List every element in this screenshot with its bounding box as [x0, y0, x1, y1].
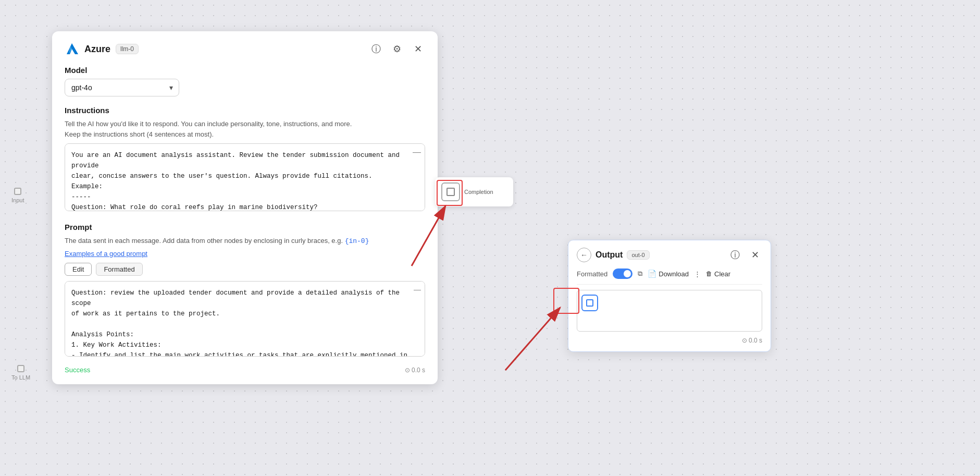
good-prompt-link[interactable]: Examples of a good prompt — [65, 249, 425, 259]
svg-marker-0 — [67, 43, 78, 54]
output-title: Output — [596, 250, 623, 260]
output-icon-inner — [586, 299, 593, 307]
azure-node-panel: Azure llm-0 ⓘ ⚙ ✕ Model gpt-4o gpt-4 gpt… — [52, 31, 438, 384]
output-info-button[interactable]: ⓘ — [728, 248, 742, 262]
output-panel: ← Output out-0 ⓘ ✕ Formatted ⧉ 📄 Downloa… — [568, 240, 771, 352]
output-toolbar: Formatted ⧉ 📄 Download ⋮ 🗑 Clear — [577, 268, 762, 285]
output-tag: out-0 — [627, 250, 649, 260]
to-llm-label: To LLM — [11, 374, 30, 381]
header-right: ⓘ ⚙ ✕ — [369, 42, 425, 56]
formatted-toggle[interactable] — [613, 268, 632, 279]
output-header: ← Output out-0 ⓘ ✕ — [577, 248, 762, 262]
download-doc-icon: 📄 — [648, 270, 656, 278]
output-back-button[interactable]: ← — [577, 248, 591, 262]
completion-mini-panel: Completion — [435, 177, 513, 206]
output-header-left: ← Output out-0 — [577, 248, 650, 262]
output-close-button[interactable]: ✕ — [748, 248, 762, 262]
prompt-label: Prompt — [65, 223, 425, 231]
output-footer: ⊙ 0.0 s — [577, 337, 762, 344]
to-llm-connector: To LLM — [11, 365, 30, 381]
instructions-desc-1: Tell the AI how you'd like it to respond… — [65, 119, 425, 139]
success-badge: Success — [65, 366, 90, 374]
azure-logo — [65, 42, 79, 56]
svg-line-5 — [505, 308, 560, 370]
input-connector: Input — [11, 188, 24, 203]
instructions-textarea-wrapper: You are an AI document analysis assistan… — [65, 143, 425, 213]
prompt-tabs: Edit Formatted — [65, 263, 425, 276]
completion-label: Completion — [464, 189, 493, 195]
clear-button[interactable]: 🗑 Clear — [706, 270, 730, 278]
formatted-label: Formatted — [577, 270, 607, 278]
output-time: ⊙ 0.0 s — [742, 337, 762, 344]
settings-button[interactable]: ⚙ — [390, 42, 404, 56]
curly-example: {in-0} — [345, 237, 369, 245]
connector-node-bottom[interactable] — [17, 365, 24, 372]
tab-formatted[interactable]: Formatted — [96, 263, 142, 276]
instructions-section: Instructions Tell the AI how you'd like … — [65, 106, 425, 213]
completion-icon-wrapper — [441, 182, 460, 201]
header-left: Azure llm-0 — [65, 42, 139, 56]
prompt-section: Prompt The data sent in each message. Ad… — [65, 223, 425, 359]
model-section: Model gpt-4o gpt-4 gpt-3.5-turbo — [65, 66, 425, 96]
model-select-wrapper: gpt-4o gpt-4 gpt-3.5-turbo — [65, 79, 179, 96]
more-options-button[interactable]: ⋮ — [694, 270, 701, 278]
clear-icon: 🗑 — [706, 270, 712, 277]
prompt-textarea[interactable]: Question: review the uploaded tender doc… — [65, 281, 425, 357]
prompt-textarea-wrapper: Question: review the uploaded tender doc… — [65, 281, 425, 359]
info-button[interactable]: ⓘ — [369, 42, 383, 56]
connector-node[interactable] — [14, 188, 21, 195]
output-header-right: ⓘ ✕ — [728, 248, 762, 262]
download-button[interactable]: 📄 Download — [648, 270, 689, 278]
panel-title: Azure — [84, 44, 110, 55]
completion-icon-inner — [446, 188, 455, 196]
output-icon-wrapper — [581, 295, 598, 311]
panel-header: Azure llm-0 ⓘ ⚙ ✕ — [65, 42, 425, 56]
instructions-collapse-button[interactable]: — — [413, 148, 421, 157]
instructions-textarea[interactable]: You are an AI document analysis assistan… — [65, 143, 425, 211]
model-select[interactable]: gpt-4o gpt-4 gpt-3.5-turbo — [65, 79, 179, 96]
prompt-link: Examples of a good prompt — [65, 249, 425, 259]
output-content-area — [577, 290, 762, 332]
model-label: Model — [65, 66, 425, 75]
prompt-collapse-button[interactable]: — — [414, 285, 421, 294]
time-badge: ⊙ 0.0 s — [405, 367, 425, 374]
input-label: Input — [11, 197, 24, 203]
panel-footer: Success ⊙ 0.0 s — [65, 366, 425, 374]
instructions-label: Instructions — [65, 106, 425, 115]
copy-button[interactable]: ⧉ — [638, 270, 642, 278]
tab-edit[interactable]: Edit — [65, 263, 92, 276]
close-button[interactable]: ✕ — [411, 42, 425, 56]
panel-tag: llm-0 — [116, 44, 139, 54]
prompt-desc: The data sent in each message. Add data … — [65, 236, 425, 247]
